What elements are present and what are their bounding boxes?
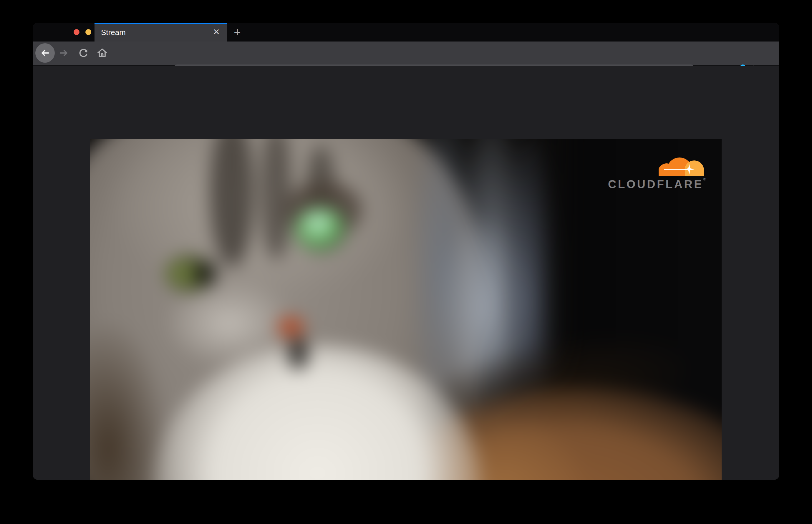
forward-button[interactable] <box>54 43 74 63</box>
cloudflare-watermark: CLOUDFLARE® <box>608 156 705 189</box>
back-button[interactable] <box>35 43 55 63</box>
reload-button[interactable] <box>74 43 93 63</box>
tab-title: Stream <box>101 23 126 42</box>
desktop: { "browser": { "traffic_lights": { "clos… <box>0 0 812 524</box>
back-arrow-icon <box>39 47 51 59</box>
tab-stream[interactable]: Stream ✕ <box>95 23 227 42</box>
navigation-toolbar: https://watch.cloudflarestream.com/11859… <box>33 42 779 66</box>
browser-window: Stream ✕ + <box>33 23 779 480</box>
video-player[interactable]: CLOUDFLARE® <box>90 138 721 480</box>
cloudflare-cloud-icon <box>659 156 704 176</box>
traffic-light-minimize-button[interactable] <box>85 29 91 35</box>
new-tab-button[interactable]: + <box>230 26 244 38</box>
tab-close-button[interactable]: ✕ <box>211 26 222 38</box>
home-button[interactable] <box>93 43 112 63</box>
trademark-symbol: ® <box>703 177 706 181</box>
traffic-light-close-button[interactable] <box>74 29 80 35</box>
forward-arrow-icon <box>58 47 70 59</box>
home-icon <box>96 47 108 59</box>
reload-icon <box>78 47 89 59</box>
cloudflare-wordmark: CLOUDFLARE® <box>608 177 706 191</box>
tab-bar: Stream ✕ + <box>33 23 779 42</box>
cat-right-eye <box>295 208 346 251</box>
page-content: CLOUDFLARE® <box>33 66 779 480</box>
cat-nose <box>277 316 305 338</box>
